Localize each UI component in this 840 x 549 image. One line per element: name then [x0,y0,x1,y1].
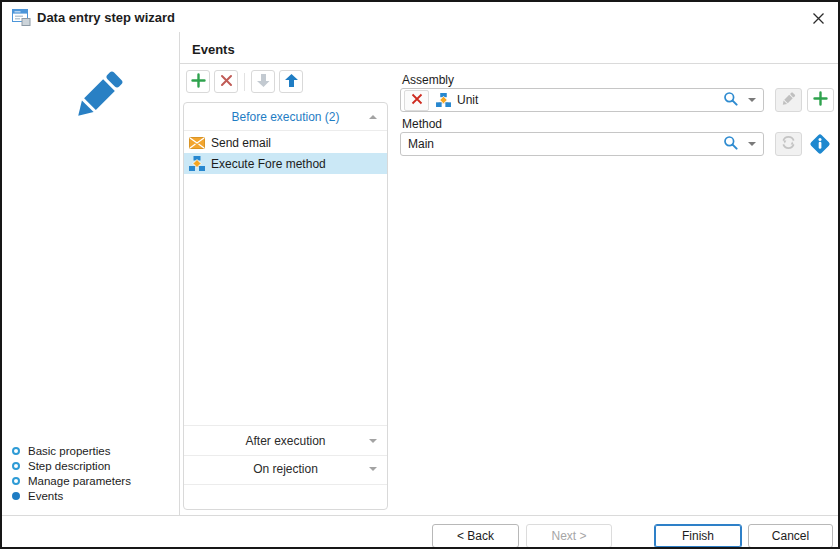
event-label: Send email [211,136,271,150]
clear-x-icon [411,93,423,108]
delete-event-button[interactable] [214,70,238,93]
search-icon[interactable] [723,135,738,153]
add-event-button[interactable] [186,70,210,93]
sidebar-item-events[interactable]: Events [12,488,174,503]
edit-assembly-button[interactable] [775,88,802,112]
email-icon [189,135,205,151]
method-field[interactable]: Main [400,132,764,156]
method-label: Method [402,117,442,131]
step-bullet-icon [12,477,20,485]
group-label: Before execution (2) [231,110,339,124]
close-icon[interactable] [809,9,827,27]
assembly-label: Assembly [402,73,454,87]
assembly-dropdown-icon[interactable] [748,98,756,102]
toolbar-separator [244,73,245,91]
move-up-button[interactable] [279,70,303,93]
clear-assembly-button[interactable] [404,90,429,111]
step-bullet-icon [12,462,20,470]
collapse-up-icon [369,115,377,119]
step-label: Step description [28,460,110,472]
events-panel-title: Events [192,42,235,57]
sidebar-item-manage-parameters[interactable]: Manage parameters [12,473,174,488]
data-entry-step-wizard-dialog: Data entry step wizard Basic properties … [0,0,840,549]
step-label: Basic properties [28,445,110,457]
group-label: On rejection [253,462,318,476]
header-separator [180,63,838,64]
add-assembly-button[interactable] [807,88,834,112]
method-dropdown-icon[interactable] [748,142,756,146]
group-before-execution[interactable]: Before execution (2) [184,103,387,131]
assembly-field[interactable]: Unit [400,88,764,112]
pencil-icon [781,91,796,110]
finish-button[interactable]: Finish [654,524,742,548]
footer-separator [2,515,838,516]
refresh-icon [780,134,797,154]
back-button[interactable]: < Back [432,524,519,548]
events-toolbar [186,70,307,93]
step-label: Events [28,490,63,502]
plus-icon [191,73,206,91]
group-label: After execution [245,434,325,448]
method-info-icon[interactable] [808,132,832,156]
delete-x-icon [220,74,233,90]
fore-method-icon [189,156,205,172]
sidebar-item-basic-properties[interactable]: Basic properties [12,443,174,458]
plus-icon [813,91,828,109]
sidebar-item-step-description[interactable]: Step description [12,458,174,473]
pencil-illustration-icon [68,66,128,126]
refresh-method-button[interactable] [775,132,802,156]
wizard-step-list: Basic properties Step description Manage… [12,443,174,503]
collapse-down-icon [369,467,377,471]
event-row-execute-fore-method[interactable]: Execute Fore method [184,153,387,174]
step-bullet-icon [12,447,20,455]
method-value: Main [408,137,717,151]
group-after-execution[interactable]: After execution [184,425,387,456]
group-on-rejection[interactable]: On rejection [184,454,387,485]
search-icon[interactable] [723,91,738,109]
step-label: Manage parameters [28,475,131,487]
event-row-send-email[interactable]: Send email [184,132,387,153]
wizard-window-icon [12,9,31,26]
events-listbox: Before execution (2) Send email [183,102,388,510]
arrow-up-icon [285,73,298,91]
collapse-down-icon [369,439,377,443]
assembly-value: Unit [457,93,717,107]
sidebar-divider [179,32,180,515]
step-bullet-active-icon [12,492,20,500]
window-title: Data entry step wizard [37,10,175,25]
next-button[interactable]: Next > [526,524,612,548]
cancel-button[interactable]: Cancel [748,524,833,548]
fore-method-icon [435,92,451,108]
move-down-button[interactable] [251,70,275,93]
event-label: Execute Fore method [211,157,326,171]
arrow-down-icon [257,73,270,91]
